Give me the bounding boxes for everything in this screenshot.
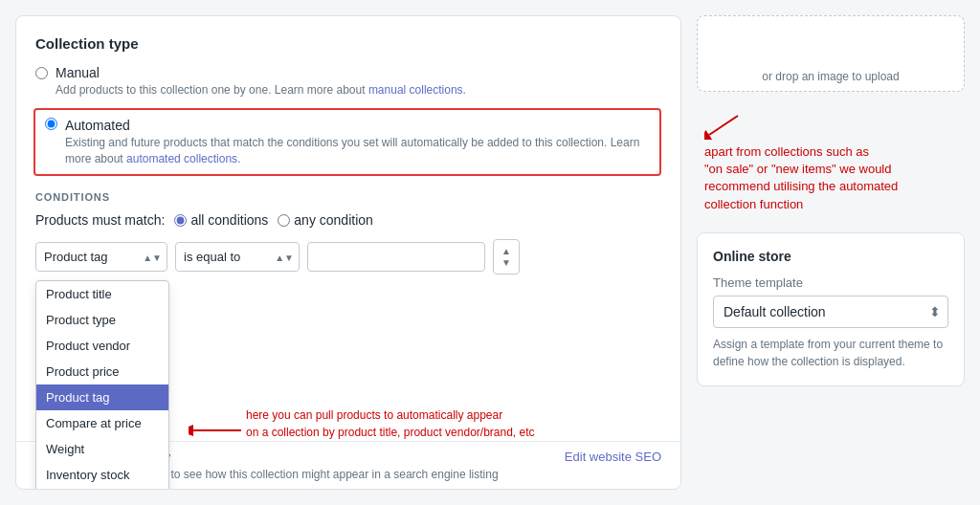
manual-option: Manual Add products to this collection o…: [35, 65, 661, 99]
dropdown-item-weight[interactable]: Weight: [36, 436, 168, 462]
manual-label[interactable]: Manual: [56, 65, 100, 80]
match-text: Products must match:: [35, 212, 165, 228]
edit-seo-link[interactable]: Edit website SEO: [565, 450, 661, 464]
automated-box: Automated Existing and future products t…: [33, 108, 661, 177]
right-annotation-box: apart from collections such as "on sale"…: [697, 103, 965, 221]
drop-text: or drop an image to upload: [762, 70, 899, 83]
right-panel: or drop an image to upload apart from co…: [697, 15, 965, 490]
automated-label[interactable]: Automated: [65, 118, 130, 133]
any-condition-label: any condition: [294, 212, 373, 228]
right-arrow-icon: [704, 111, 743, 140]
dropdown-item-inventory[interactable]: Inventory stock: [36, 462, 168, 488]
product-field-wrapper: Product title Product type Product vendo…: [35, 242, 167, 272]
dropdown-container: Product title Product type Product vendo…: [35, 280, 169, 490]
dropdown-item-price[interactable]: Product price: [36, 359, 168, 384]
condition-row: Product title Product type Product vendo…: [35, 239, 661, 274]
theme-select-wrapper: Default collection ⬍: [713, 296, 948, 328]
left-panel: Collection type Manual Add products to t…: [15, 15, 681, 490]
card-title: Online store: [713, 249, 948, 264]
svg-line-3: [709, 116, 738, 135]
condition-value-input[interactable]: [307, 242, 485, 272]
image-drop-area[interactable]: or drop an image to upload: [697, 15, 965, 92]
all-conditions-label: all conditions: [190, 212, 268, 228]
automated-desc: Existing and future products that match …: [65, 135, 650, 167]
theme-label: Theme template: [713, 275, 948, 290]
manual-collections-link[interactable]: manual collections: [368, 83, 463, 97]
all-conditions-radio[interactable]: all conditions: [174, 212, 268, 228]
online-store-card: Online store Theme template Default coll…: [697, 232, 965, 386]
product-field-select[interactable]: Product title Product type Product vendo…: [35, 242, 167, 272]
automated-radio[interactable]: [45, 118, 57, 130]
manual-desc: Add products to this collection one by o…: [56, 82, 466, 99]
dropdown-item-tag[interactable]: Product tag: [36, 384, 168, 410]
dropdown-item-type[interactable]: Product type: [36, 307, 168, 333]
sort-button[interactable]: ▲▼: [493, 239, 520, 274]
dropdown-item-variant[interactable]: Variant's title: [36, 488, 168, 490]
radio-group: Manual Add products to this collection o…: [35, 65, 661, 176]
assign-label: Assign: [713, 338, 747, 351]
dropdown-item-vendor[interactable]: Product vendor: [36, 333, 168, 359]
dropdown-item-title[interactable]: Product title: [36, 281, 168, 307]
any-condition-radio[interactable]: any condition: [278, 212, 373, 228]
assign-desc: Assign a template from your current them…: [713, 336, 948, 370]
assign-description: a template from your current theme to de…: [713, 338, 943, 368]
conditions-label: CONDITIONS: [35, 191, 661, 203]
dropdown-item-compare[interactable]: Compare at price: [36, 410, 168, 436]
dropdown-list: Product title Product type Product vendo…: [35, 280, 169, 490]
operator-select[interactable]: is equal to is not equal to starts with …: [175, 242, 300, 272]
automated-option: Automated Existing and future products t…: [45, 118, 650, 167]
theme-select[interactable]: Default collection: [713, 296, 948, 328]
right-annotation-text: apart from collections such as "on sale"…: [704, 143, 957, 213]
automated-collections-link[interactable]: automated collections: [126, 152, 237, 165]
manual-radio[interactable]: [35, 67, 48, 79]
match-row: Products must match: all conditions any …: [35, 212, 661, 228]
operator-wrapper: is equal to is not equal to starts with …: [175, 242, 300, 272]
section-title: Collection type: [35, 35, 661, 52]
